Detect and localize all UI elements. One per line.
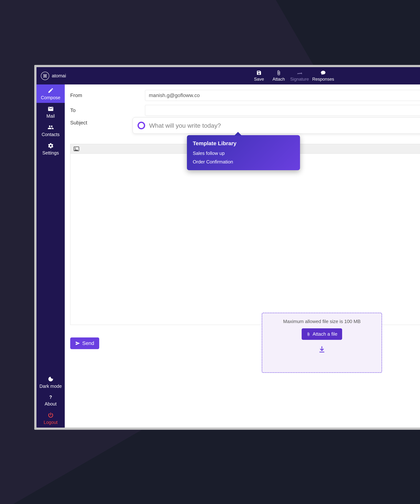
send-button[interactable]: Send bbox=[70, 337, 99, 349]
ai-prompt-input[interactable]: What will you write today? bbox=[132, 117, 420, 134]
to-row: To bbox=[68, 105, 420, 116]
moon-icon bbox=[48, 376, 54, 382]
app: atomai Save Attach Signature Responses bbox=[36, 67, 420, 428]
contacts-icon bbox=[48, 124, 54, 130]
paperclip-icon bbox=[306, 332, 310, 336]
attach-label: Attach bbox=[272, 77, 285, 82]
sidebar-item-settings[interactable]: Settings bbox=[36, 140, 65, 158]
signature-label: Signature bbox=[290, 77, 309, 82]
send-icon bbox=[75, 341, 80, 346]
svg-text:?: ? bbox=[49, 395, 52, 400]
sidebar-item-label: Contacts bbox=[42, 132, 60, 137]
to-label: To bbox=[68, 108, 145, 113]
sidebar-item-label: Logout bbox=[44, 420, 57, 425]
save-button[interactable]: Save bbox=[251, 70, 267, 82]
sidebar-item-about[interactable]: ? About bbox=[36, 391, 65, 409]
paperclip-icon bbox=[276, 70, 281, 76]
sidebar-item-contacts[interactable]: Contacts bbox=[36, 121, 65, 140]
app-window: atomai Save Attach Signature Responses bbox=[34, 65, 420, 430]
svg-point-5 bbox=[75, 148, 76, 149]
sidebar-item-darkmode[interactable]: Dark mode bbox=[36, 373, 65, 391]
attach-button[interactable]: Attach bbox=[270, 70, 287, 82]
from-row: From bbox=[68, 90, 420, 101]
signature-icon bbox=[297, 70, 302, 76]
attach-file-button[interactable]: Attach a file bbox=[302, 328, 342, 340]
ai-prompt-placeholder: What will you write today? bbox=[149, 122, 221, 129]
sidebar: Compose Mail Contacts Settings Dark mode… bbox=[36, 84, 65, 428]
topbar: atomai Save Attach Signature Responses bbox=[36, 67, 420, 84]
sidebar-item-label: Compose bbox=[41, 95, 60, 100]
gear-icon bbox=[48, 143, 54, 149]
attach-file-label: Attach a file bbox=[312, 331, 337, 337]
responses-label: Responses bbox=[312, 77, 334, 82]
image-icon[interactable] bbox=[74, 146, 79, 151]
ai-prompt-icon bbox=[138, 122, 145, 129]
question-icon: ? bbox=[48, 394, 54, 400]
sidebar-item-logout[interactable]: Logout bbox=[36, 409, 65, 428]
brand-name: atomai bbox=[52, 73, 66, 79]
compose-icon bbox=[48, 87, 54, 94]
brand-logo-icon bbox=[41, 72, 49, 80]
template-library-title: Template Library bbox=[193, 140, 294, 146]
from-input[interactable] bbox=[145, 90, 420, 101]
mail-icon bbox=[48, 106, 54, 112]
to-input[interactable] bbox=[145, 105, 420, 116]
signature-button[interactable]: Signature bbox=[290, 70, 309, 82]
attachment-dropzone[interactable]: Maximum allowed file size is 100 MB Atta… bbox=[262, 313, 382, 373]
editor-body[interactable] bbox=[70, 153, 420, 325]
sidebar-item-label: About bbox=[45, 401, 57, 407]
attachment-hint: Maximum allowed file size is 100 MB bbox=[283, 319, 361, 324]
sidebar-item-label: Dark mode bbox=[39, 384, 62, 389]
sidebar-item-compose[interactable]: Compose bbox=[36, 84, 65, 103]
compose-panel: From To Subject What will you write toda… bbox=[65, 84, 420, 428]
download-icon[interactable] bbox=[318, 346, 325, 353]
save-label: Save bbox=[254, 77, 264, 82]
responses-button[interactable]: Responses bbox=[312, 70, 334, 82]
svg-point-2 bbox=[45, 76, 45, 76]
template-item-sales-follow-up[interactable]: Sales follow up bbox=[193, 150, 294, 156]
top-actions: Save Attach Signature Responses bbox=[251, 70, 334, 82]
sidebar-item-mail[interactable]: Mail bbox=[36, 103, 65, 121]
send-label: Send bbox=[82, 340, 94, 346]
template-item-order-confirmation[interactable]: Order Confirmation bbox=[193, 159, 294, 165]
sidebar-item-label: Settings bbox=[42, 150, 59, 156]
sidebar-item-label: Mail bbox=[47, 114, 55, 119]
brand: atomai bbox=[41, 72, 66, 80]
from-label: From bbox=[68, 92, 145, 98]
template-library-popover: Template Library Sales follow up Order C… bbox=[187, 135, 300, 170]
power-icon bbox=[48, 412, 54, 418]
save-icon bbox=[256, 70, 262, 76]
chat-icon bbox=[320, 70, 326, 76]
